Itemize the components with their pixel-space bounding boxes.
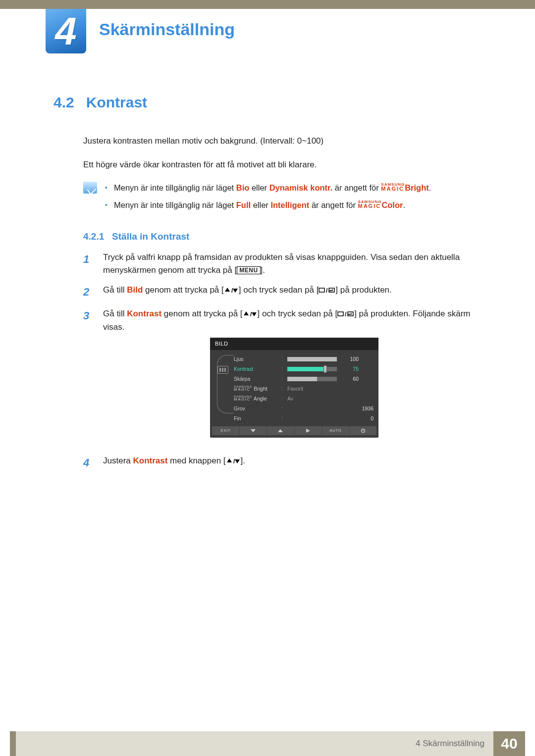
- svg-rect-5: [329, 288, 334, 292]
- note-highlight: Full: [236, 201, 251, 209]
- osd-sidebar: [212, 354, 234, 423]
- osd-foot-down-icon: [240, 426, 268, 435]
- osd-label: Grov: [234, 404, 278, 412]
- note-list: Menyn är inte tillgänglig när läget Bio …: [105, 182, 431, 216]
- osd-slider: [287, 367, 337, 371]
- footer-bar: 4 Skärminställning: [16, 731, 493, 756]
- note-text: .: [429, 183, 431, 192]
- intro-paragraph-2: Ett högre värde ökar kontrasten för att …: [83, 158, 485, 171]
- step-item: 2 Gå till Bild genom att trycka på [/] o…: [83, 284, 485, 301]
- svg-marker-15: [278, 429, 283, 432]
- osd-foot-up-icon: [267, 426, 295, 435]
- osd-row: Grov: 1936: [234, 403, 374, 413]
- step-body: Gå till Kontrast genom att trycka på [/]…: [103, 307, 485, 448]
- subsection-heading: 4.2.1 Ställa in Kontrast: [83, 231, 485, 242]
- svg-text:/: /: [326, 287, 328, 294]
- step-number: 4: [83, 454, 94, 471]
- section-heading: 4.2 Kontrast: [54, 94, 485, 111]
- osd-title: BILD: [210, 338, 378, 350]
- note-highlight: Bio: [236, 183, 250, 192]
- samsung-magic-logo: SAMSUNGMAGIC: [358, 200, 381, 209]
- steps-list: 1 Tryck på valfri knapp på framsidan av …: [83, 251, 485, 472]
- note-text: eller: [249, 183, 269, 192]
- svg-marker-2: [233, 289, 238, 293]
- step-text: Justera: [103, 456, 133, 465]
- step-text: Gå till: [103, 285, 127, 295]
- osd-foot-right-icon: [295, 426, 322, 435]
- svg-rect-3: [319, 288, 324, 292]
- step-text: ] och tryck sedan på [: [258, 309, 338, 318]
- step-text: genom att trycka på [: [143, 285, 223, 295]
- osd-foot-exit: EXIT: [212, 426, 240, 435]
- source-enter-icon: /: [319, 287, 335, 294]
- step-text: ] och tryck sedan på [: [239, 285, 319, 295]
- osd-value: 75: [340, 365, 359, 373]
- step-text: ].: [261, 265, 265, 275]
- step-text: Gå till: [103, 309, 127, 318]
- svg-marker-21: [235, 459, 240, 463]
- subsection-title: Ställa in Kontrast: [112, 231, 189, 242]
- osd-value: 100: [340, 355, 359, 363]
- chapter-title: Skärminställning: [99, 20, 235, 39]
- osd-row: Skärpa: 60: [234, 374, 374, 384]
- step-text: ].: [241, 456, 245, 465]
- menu-key-icon: MENU: [237, 266, 260, 274]
- step-item: 4 Justera Kontrast med knappen [/].: [83, 454, 485, 471]
- svg-marker-6: [329, 290, 331, 292]
- svg-marker-19: [227, 458, 232, 462]
- svg-marker-14: [251, 429, 256, 432]
- up-down-arrow-icon: /: [224, 287, 239, 294]
- osd-value-text: Av: [287, 395, 293, 403]
- osd-row: SAMSUNGMAGIC Angle: Av: [234, 394, 374, 403]
- svg-text:/: /: [231, 287, 233, 294]
- chapter-number-tab: 4: [46, 9, 86, 53]
- svg-text:/: /: [345, 311, 347, 317]
- section-title: Kontrast: [86, 94, 147, 111]
- osd-label: Skärpa: [234, 375, 278, 383]
- footer-text: 4 Skärminställning: [416, 739, 484, 749]
- svg-marker-7: [244, 311, 249, 315]
- note-highlight: Color: [381, 201, 403, 209]
- page-footer: 4 Skärminställning 40: [0, 731, 535, 756]
- note-highlight: Dynamisk kontr.: [269, 183, 332, 192]
- step-body: Justera Kontrast med knappen [/].: [103, 454, 485, 471]
- note-text: eller: [251, 201, 270, 209]
- step-number: 1: [83, 251, 94, 277]
- intro-paragraph-1: Justera kontrasten mellan motiv och bakg…: [83, 135, 485, 148]
- svg-text:/: /: [233, 458, 235, 464]
- osd-foot-power-icon: [350, 426, 377, 435]
- note-highlight: Bright: [405, 183, 429, 192]
- step-number: 3: [83, 307, 94, 448]
- step-item: 1 Tryck på valfri knapp på framsidan av …: [83, 251, 485, 277]
- step-text: genom att trycka på [: [161, 309, 242, 318]
- osd-slider: [287, 377, 337, 381]
- osd-row-selected: Kontrast: 75: [234, 364, 374, 374]
- up-down-arrow-icon: /: [243, 310, 258, 317]
- svg-marker-9: [252, 312, 257, 316]
- osd-label: Kontrast: [234, 365, 278, 373]
- footer-accent: [10, 731, 16, 756]
- note-item: Menyn är inte tillgänglig när läget Full…: [105, 199, 431, 211]
- step-number: 2: [83, 284, 94, 301]
- osd-row: SAMSUNGMAGIC Bright: Favorit: [234, 384, 374, 394]
- footer-page-number: 40: [493, 731, 525, 756]
- page-content: 4.2 Kontrast Justera kontrasten mellan m…: [54, 94, 485, 478]
- osd-value-text: Favorit: [287, 385, 303, 393]
- osd-rows: Ljus: 100 Kontrast: 75 Skärpa:: [234, 354, 374, 423]
- subsection-number: 4.2.1: [83, 231, 104, 242]
- note-block: Menyn är inte tillgänglig när läget Bio …: [83, 182, 485, 216]
- step-text: ] på produkten.: [335, 285, 391, 295]
- osd-value: 0: [355, 414, 374, 422]
- osd-slider: [287, 357, 337, 361]
- svg-marker-0: [225, 288, 230, 292]
- osd-value: 60: [340, 375, 359, 383]
- note-text: är angett för: [309, 201, 358, 209]
- note-item: Menyn är inte tillgänglig när läget Bio …: [105, 182, 431, 194]
- osd-label: SAMSUNGMAGIC Bright: [234, 385, 278, 393]
- step-highlight: Kontrast: [133, 456, 167, 465]
- osd-picture-icon: [217, 366, 228, 374]
- step-text: Tryck på valfri knapp på framsidan av pr…: [103, 252, 460, 275]
- osd-foot-auto: AUTO: [322, 426, 350, 435]
- step-item: 3 Gå till Kontrast genom att trycka på […: [83, 307, 485, 448]
- note-text: .: [403, 201, 405, 209]
